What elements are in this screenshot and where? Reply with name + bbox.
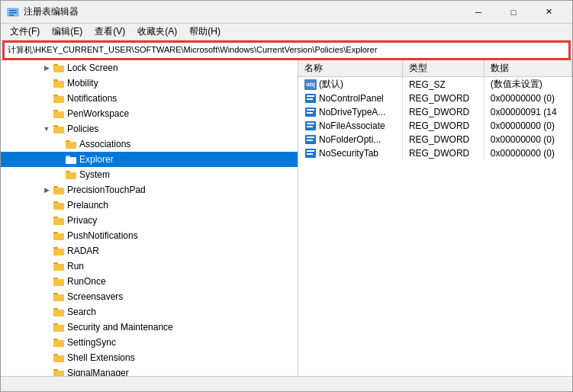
address-bar	[1, 40, 572, 60]
folder-icon	[53, 201, 65, 210]
menu-edit[interactable]: 编辑(E)	[46, 24, 89, 40]
tree-item-search[interactable]: Search	[1, 304, 298, 320]
tree-item-radar[interactable]: RADAR	[1, 243, 298, 259]
cell-name-3: NoFileAssociate	[298, 119, 402, 133]
expander-pushnotifications	[40, 230, 53, 242]
expander-security	[40, 321, 53, 333]
cell-type-1: REG_DWORD	[402, 92, 484, 105]
svg-rect-29	[53, 249, 64, 255]
tree-item-prelaunch[interactable]: Prelaunch	[1, 198, 298, 213]
cell-type-3: REG_DWORD	[402, 119, 484, 133]
cell-name-1: NoControlPanel	[298, 92, 402, 105]
cell-data-3: 0x00000000 (0)	[484, 119, 571, 133]
tree-label-radar: RADAR	[67, 246, 99, 256]
cell-type-0: REG_SZ	[402, 77, 484, 92]
svg-rect-21	[53, 188, 64, 194]
svg-rect-5	[53, 66, 64, 72]
expander-lock-screen[interactable]: ▶	[40, 62, 53, 74]
svg-rect-56	[307, 126, 313, 127]
tree-item-signalmanager[interactable]: SignalManager	[1, 365, 298, 376]
tree-item-associations[interactable]: Associations	[1, 137, 298, 152]
table-row[interactable]: NoFolderOpti...REG_DWORD0x00000000 (0)	[298, 133, 572, 146]
tree-label-mobility: Mobility	[67, 78, 98, 88]
menu-help[interactable]: 帮助(H)	[183, 24, 227, 40]
folder-icon	[53, 185, 65, 195]
tree-item-lock-screen[interactable]: ▶Lock Screen	[1, 60, 298, 76]
tree-item-shellextensions[interactable]: Shell Extensions	[1, 350, 298, 365]
tree-item-system[interactable]: System	[1, 167, 298, 182]
col-name[interactable]: 名称	[298, 60, 402, 77]
tree-item-run[interactable]: Run	[1, 259, 298, 274]
tree-label-pushnotifications: PushNotifications	[67, 230, 138, 241]
table-row[interactable]: ab|(默认)REG_SZ(数值未设置)	[298, 77, 572, 92]
tree-item-policies[interactable]: ▼Policies	[1, 121, 298, 137]
expander-precisiontouchpad[interactable]: ▶	[40, 184, 53, 196]
menu-view[interactable]: 查看(V)	[89, 24, 131, 40]
folder-icon	[53, 109, 65, 119]
tree-label-lock-screen: Lock Screen	[67, 63, 118, 73]
tree-item-penworkspace[interactable]: PenWorkspace	[1, 106, 298, 121]
tree-item-runonce[interactable]: RunOnce	[1, 274, 298, 289]
cell-type-2: REG_DWORD	[402, 105, 484, 119]
tree-item-explorer[interactable]: Explorer	[1, 152, 298, 167]
folder-icon	[53, 353, 65, 363]
svg-rect-15	[66, 142, 76, 149]
svg-rect-19	[66, 172, 76, 179]
svg-rect-62	[307, 153, 313, 155]
svg-rect-23	[53, 203, 64, 210]
expander-signalmanager	[40, 367, 53, 376]
maximize-button[interactable]: □	[496, 1, 531, 24]
tree-item-pushnotifications[interactable]: PushNotifications	[1, 228, 298, 243]
svg-rect-53	[307, 112, 313, 114]
table-row[interactable]: NoControlPanelREG_DWORD0x00000000 (0)	[298, 92, 572, 105]
table-row[interactable]: NoSecurityTabREG_DWORD0x00000000 (0)	[298, 146, 572, 160]
expander-notifications	[40, 92, 53, 104]
svg-rect-31	[53, 264, 64, 271]
menu-file[interactable]: 文件(F)	[4, 24, 46, 40]
title-bar: 注册表编辑器 ─ □ ✕	[1, 1, 572, 24]
cell-data-5: 0x00000000 (0)	[484, 146, 571, 160]
tree-item-mobility[interactable]: Mobility	[1, 76, 298, 91]
tree-item-screensavers[interactable]: Screensavers	[1, 289, 298, 304]
tree-item-security[interactable]: Security and Maintenance	[1, 320, 298, 335]
tree-item-precisiontouchpad[interactable]: ▶PrecisionTouchPad	[1, 182, 298, 198]
tree-item-notifications[interactable]: Notifications	[1, 91, 298, 106]
registry-scroll[interactable]: 名称 类型 数据 ab|(默认)REG_SZ(数值未设置)NoControlPa…	[298, 60, 572, 376]
minimize-button[interactable]: ─	[461, 1, 496, 24]
expander-associations	[53, 138, 65, 150]
dword-icon	[304, 120, 319, 131]
folder-icon	[65, 140, 77, 149]
cell-data-2: 0x00000091 (14	[484, 105, 571, 119]
col-data[interactable]: 数据	[484, 60, 571, 77]
expander-privacy	[40, 214, 53, 227]
tree-item-privacy[interactable]: Privacy	[1, 213, 298, 228]
menu-favorites[interactable]: 收藏夹(A)	[131, 24, 183, 40]
tree-label-settingsync: SettingSync	[67, 337, 116, 348]
folder-icon	[53, 368, 65, 377]
svg-rect-59	[307, 140, 313, 141]
close-button[interactable]: ✕	[531, 1, 566, 24]
col-type[interactable]: 类型	[402, 60, 484, 77]
svg-rect-61	[307, 150, 314, 152]
folder-icon	[53, 63, 65, 73]
expander-policies[interactable]: ▼	[40, 123, 53, 135]
cell-type-5: REG_DWORD	[402, 146, 484, 160]
tree-item-settingsync[interactable]: SettingSync	[1, 335, 298, 350]
table-row[interactable]: NoFileAssociateREG_DWORD0x00000000 (0)	[298, 119, 572, 133]
svg-rect-41	[53, 340, 64, 347]
address-input[interactable]	[4, 42, 569, 59]
folder-icon	[53, 292, 65, 302]
table-header-row: 名称 类型 数据	[298, 60, 572, 77]
app-icon	[7, 6, 19, 18]
expander-radar	[40, 245, 53, 257]
svg-rect-37	[53, 310, 64, 316]
folder-icon	[53, 262, 65, 272]
svg-rect-45	[53, 371, 64, 377]
tree-label-search: Search	[67, 307, 96, 317]
cell-name-4: NoFolderOpti...	[298, 133, 402, 146]
tree-panel[interactable]: ▶Lock ScreenMobilityNotificationsPenWork…	[1, 60, 298, 376]
cell-data-4: 0x00000000 (0)	[484, 133, 571, 146]
svg-rect-13	[53, 127, 64, 133]
table-row[interactable]: NoDriveTypeA...REG_DWORD0x00000091 (14	[298, 105, 572, 119]
folder-icon	[53, 94, 65, 104]
